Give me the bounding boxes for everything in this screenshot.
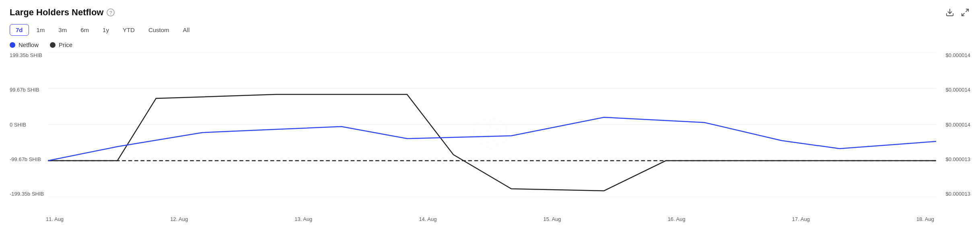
x-label-7: 18. Aug — [916, 216, 934, 222]
y-label-zero: 0 SHIB — [10, 122, 44, 128]
y-label-right-1: $0.000014 — [946, 87, 970, 93]
y-label-right-top: $0.000014 — [946, 52, 970, 58]
time-filters: 7d1m3m6m1yYTDCustomAll — [10, 24, 970, 36]
netflow-label: Netflow — [19, 41, 39, 48]
download-icon[interactable] — [945, 7, 955, 18]
x-axis-labels: 11. Aug 12. Aug 13. Aug 14. Aug 15. Aug … — [10, 215, 970, 222]
filter-btn-ytd[interactable]: YTD — [117, 24, 141, 36]
legend-price: Price — [50, 41, 72, 48]
filter-btn-7d[interactable]: 7d — [10, 24, 29, 36]
filter-btn-3m[interactable]: 3m — [52, 24, 73, 36]
y-label-right-neg1: $0.000013 — [946, 156, 970, 162]
expand-icon[interactable] — [960, 7, 970, 18]
header: Large Holders Netflow ? — [10, 7, 970, 18]
y-label-bottom: -199.35b SHIB — [10, 191, 44, 197]
svg-line-1 — [966, 9, 968, 12]
chart-svg — [48, 52, 936, 197]
chart-area: 199.35b SHIB 99.67b SHIB 0 SHIB -99.67b … — [10, 52, 970, 213]
filter-btn-custom[interactable]: Custom — [142, 24, 175, 36]
legend: Netflow Price — [10, 41, 970, 48]
page-container: Large Holders Netflow ? 7d1m3 — [0, 0, 980, 237]
y-label-right-zero: $0.000014 — [946, 122, 970, 128]
filter-btn-1m[interactable]: 1m — [31, 24, 51, 36]
netflow-line — [48, 117, 936, 161]
filter-btn-all[interactable]: All — [177, 24, 196, 36]
header-actions — [945, 7, 970, 18]
legend-netflow: Netflow — [10, 41, 39, 48]
price-dot — [50, 42, 56, 48]
price-line — [48, 94, 936, 191]
filter-btn-6m[interactable]: 6m — [74, 24, 95, 36]
price-label: Price — [59, 41, 72, 48]
y-label-1: 99.67b SHIB — [10, 87, 44, 93]
x-label-6: 17. Aug — [792, 216, 810, 222]
filter-btn-1y[interactable]: 1y — [97, 24, 115, 36]
y-label-top: 199.35b SHIB — [10, 52, 44, 58]
netflow-dot — [10, 42, 15, 48]
x-label-0: 11. Aug — [46, 216, 64, 222]
x-label-1: 12. Aug — [170, 216, 188, 222]
x-label-4: 15. Aug — [544, 216, 561, 222]
y-label-neg1: -99.67b SHIB — [10, 156, 44, 162]
x-label-2: 13. Aug — [294, 216, 312, 222]
page-title: Large Holders Netflow — [10, 7, 103, 18]
y-label-right-bottom: $0.000013 — [946, 191, 970, 197]
header-left: Large Holders Netflow ? — [10, 7, 115, 18]
help-icon[interactable]: ? — [107, 8, 115, 16]
x-label-3: 14. Aug — [419, 216, 436, 222]
svg-line-2 — [962, 13, 964, 16]
x-label-5: 16. Aug — [668, 216, 686, 222]
